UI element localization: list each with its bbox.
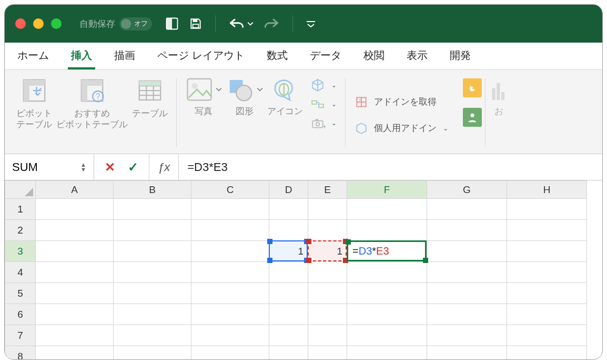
cell-D5[interactable] xyxy=(269,283,308,304)
cell-D2[interactable] xyxy=(269,220,308,241)
tab-data[interactable]: データ xyxy=(307,43,345,69)
cell-F6[interactable] xyxy=(347,304,427,325)
cell-E4[interactable] xyxy=(308,262,347,283)
cell-C5[interactable] xyxy=(191,283,269,304)
autosave-toggle[interactable]: オフ xyxy=(119,17,152,31)
cell-B7[interactable] xyxy=(114,325,191,346)
cell-H8[interactable] xyxy=(507,346,587,360)
column-header-D[interactable]: D xyxy=(269,181,308,199)
recommended-pivot-button[interactable]: ? おすすめ ピボットテーブル xyxy=(56,76,128,130)
save-icon[interactable] xyxy=(189,17,203,31)
row-header-5[interactable]: 5 xyxy=(5,283,36,304)
cell-G3[interactable] xyxy=(427,241,507,262)
cell-C2[interactable] xyxy=(191,220,269,241)
cell-A1[interactable] xyxy=(36,199,114,220)
active-cell-f3[interactable]: =D3*E3 xyxy=(347,240,427,261)
select-all-corner[interactable] xyxy=(5,181,36,199)
name-box-dropdown[interactable]: ▲▼ xyxy=(80,163,86,172)
home-icon[interactable] xyxy=(165,16,179,31)
cell-E8[interactable] xyxy=(308,346,347,360)
column-header-A[interactable]: A xyxy=(36,181,114,199)
cell-C3[interactable] xyxy=(191,241,269,262)
row-header-6[interactable]: 6 xyxy=(5,304,36,325)
column-header-G[interactable]: G xyxy=(427,181,507,199)
cell-C4[interactable] xyxy=(191,262,269,283)
cell-E2[interactable] xyxy=(308,220,347,241)
redo-button[interactable] xyxy=(263,17,280,31)
bing-maps-button[interactable] xyxy=(463,78,482,97)
cell-E7[interactable] xyxy=(308,325,347,346)
column-header-E[interactable]: E xyxy=(308,181,347,199)
cell-A7[interactable] xyxy=(36,325,114,346)
my-addins-button[interactable]: 個人用アドイン ⌄ xyxy=(354,122,448,135)
cell-D4[interactable] xyxy=(269,262,308,283)
row-header-2[interactable]: 2 xyxy=(5,220,36,241)
fx-button[interactable]: ƒx xyxy=(149,154,179,180)
cell-B1[interactable] xyxy=(114,199,191,220)
close-window-button[interactable] xyxy=(15,18,26,29)
cell-A5[interactable] xyxy=(36,283,114,304)
cell-A3[interactable] xyxy=(36,241,114,262)
cell-B2[interactable] xyxy=(114,220,191,241)
cell-H3[interactable] xyxy=(507,241,587,262)
pictures-button[interactable]: 写真 xyxy=(185,76,222,117)
worksheet-grid[interactable]: ABCDEFGH 1231145678 =D3*E3 xyxy=(5,180,602,360)
cell-A2[interactable] xyxy=(36,220,114,241)
row-header-4[interactable]: 4 xyxy=(5,262,36,283)
formula-input[interactable]: =D3*E3 xyxy=(179,154,602,180)
cell-F7[interactable] xyxy=(347,325,427,346)
cell-H7[interactable] xyxy=(507,325,587,346)
pivot-table-button[interactable]: ピボット テーブル xyxy=(16,76,52,130)
accept-formula-button[interactable]: ✓ xyxy=(128,160,138,175)
tab-review[interactable]: 校閲 xyxy=(360,43,388,69)
undo-button[interactable] xyxy=(228,17,254,31)
cancel-formula-button[interactable]: ✕ xyxy=(105,160,115,175)
cell-A8[interactable] xyxy=(36,346,114,360)
column-header-C[interactable]: C xyxy=(191,181,269,199)
cell-F8[interactable] xyxy=(347,346,427,360)
cell-F1[interactable] xyxy=(347,199,427,220)
3d-models-button[interactable]: ⌄ xyxy=(310,78,337,92)
cell-G2[interactable] xyxy=(427,220,507,241)
tab-insert[interactable]: 挿入 xyxy=(68,43,95,69)
screenshot-button[interactable]: + ⌄ xyxy=(310,116,337,130)
cell-H6[interactable] xyxy=(507,304,587,325)
tab-view[interactable]: 表示 xyxy=(403,43,431,69)
cell-C1[interactable] xyxy=(191,199,269,220)
cell-G4[interactable] xyxy=(427,262,507,283)
cell-H2[interactable] xyxy=(507,220,587,241)
zoom-window-button[interactable] xyxy=(51,18,62,29)
cell-G8[interactable] xyxy=(427,346,507,360)
cell-E6[interactable] xyxy=(308,304,347,325)
customize-qat-button[interactable] xyxy=(306,20,316,27)
cell-G5[interactable] xyxy=(427,283,507,304)
cell-B6[interactable] xyxy=(114,304,191,325)
smartart-button[interactable]: ⌄ xyxy=(310,97,337,111)
row-header-3[interactable]: 3 xyxy=(5,241,36,262)
cell-B8[interactable] xyxy=(114,346,191,360)
recommended-charts-button[interactable]: お xyxy=(491,76,507,117)
cell-H4[interactable] xyxy=(507,262,587,283)
cell-B4[interactable] xyxy=(114,262,191,283)
cell-G7[interactable] xyxy=(427,325,507,346)
cell-A6[interactable] xyxy=(36,304,114,325)
cell-D8[interactable] xyxy=(269,346,308,360)
tab-home[interactable]: ホーム xyxy=(14,43,52,69)
cell-B5[interactable] xyxy=(114,283,191,304)
column-header-F[interactable]: F xyxy=(347,181,427,199)
column-header-B[interactable]: B xyxy=(114,181,191,199)
cell-D1[interactable] xyxy=(269,199,308,220)
row-header-7[interactable]: 7 xyxy=(5,325,36,346)
cell-D7[interactable] xyxy=(269,325,308,346)
autosave-control[interactable]: 自動保存 オフ xyxy=(79,17,152,31)
get-addins-button[interactable]: + アドインを取得 xyxy=(354,95,448,109)
cell-C7[interactable] xyxy=(191,325,269,346)
cell-H1[interactable] xyxy=(507,199,587,220)
cell-C8[interactable] xyxy=(191,346,269,360)
tab-page-layout[interactable]: ページ レイアウト xyxy=(154,43,248,69)
people-graph-button[interactable] xyxy=(463,108,482,127)
cell-G1[interactable] xyxy=(427,199,507,220)
cell-A4[interactable] xyxy=(36,262,114,283)
name-box[interactable]: SUM ▲▼ xyxy=(5,154,94,180)
cell-D6[interactable] xyxy=(269,304,308,325)
